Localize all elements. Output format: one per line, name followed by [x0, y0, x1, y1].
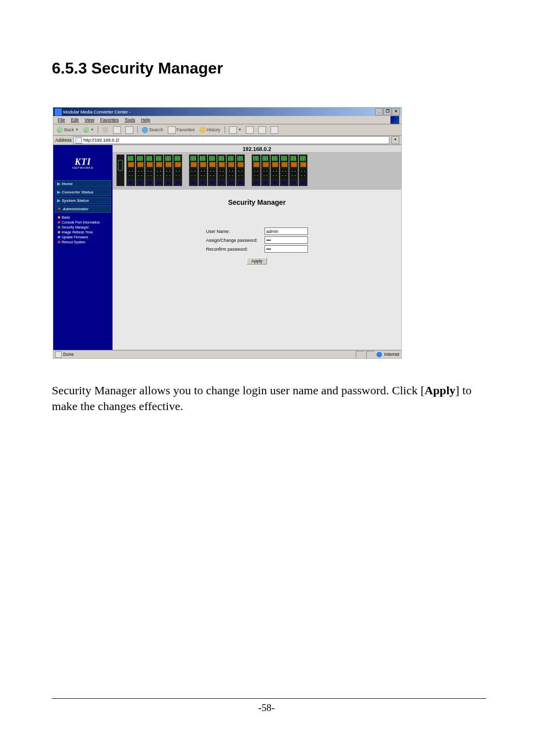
forward-button[interactable]: → ▾ — [81, 125, 95, 134]
slot-module — [299, 154, 307, 186]
address-input[interactable]: http://192.168.0.2/ — [74, 136, 389, 144]
apply-keyword: Apply — [424, 384, 456, 397]
bullet-icon — [58, 221, 60, 224]
sub-console[interactable]: Console Port Information — [58, 220, 111, 225]
slot-module — [154, 154, 163, 186]
refresh-button[interactable] — [112, 125, 122, 134]
sub-label: Console Port Information — [62, 221, 100, 224]
sub-reboot[interactable]: Reboot System — [58, 239, 111, 244]
slot-module — [236, 154, 245, 186]
nav-converter-status[interactable]: ▶ Converter Status — [55, 189, 111, 196]
stop-button[interactable] — [101, 125, 110, 134]
slot-module — [217, 154, 226, 186]
nav-label: Administrator — [63, 207, 88, 211]
print-button[interactable] — [244, 125, 255, 134]
menu-file[interactable]: File — [55, 116, 68, 123]
arrow-icon: ▶ — [57, 182, 60, 186]
nav-home[interactable]: ▶ Home — [55, 180, 111, 188]
chevron-down-icon[interactable]: ▾ — [75, 125, 78, 134]
brand-subtext: NETWORKS — [58, 166, 108, 169]
forward-icon: → — [83, 127, 89, 133]
chevron-down-icon[interactable]: ▾ — [90, 125, 94, 134]
menu-edit[interactable]: Edit — [69, 116, 81, 123]
mail-button[interactable]: ▾ — [228, 125, 243, 134]
address-label: Address — [55, 138, 72, 143]
sub-firmware[interactable]: Update Firmware — [58, 234, 111, 239]
sub-security[interactable]: Security Manager — [58, 225, 111, 229]
device-ip: 192.168.0.2 — [113, 145, 401, 152]
close-button[interactable]: ✕ — [392, 108, 400, 115]
nav-label: Home — [62, 182, 73, 186]
url-text: http://192.168.0.2/ — [83, 137, 119, 144]
maximize-button[interactable]: ❐ — [383, 108, 391, 115]
main-panel: 192.168.0.2 Security Manager User — [113, 145, 401, 350]
nav-label: System Status — [62, 198, 89, 203]
slot-module — [261, 154, 270, 186]
slot-module — [227, 154, 235, 186]
nav-administrator[interactable]: ▼ Administrator — [55, 205, 111, 213]
reconfirm-label: Reconfirm password: — [206, 247, 261, 252]
slot-power — [116, 154, 124, 186]
apply-button[interactable]: Apply — [247, 258, 267, 265]
page-icon — [76, 137, 82, 144]
menu-help[interactable]: Help — [139, 116, 153, 123]
form-title: Security Manager — [228, 198, 286, 206]
slot-module — [289, 154, 298, 186]
minimize-button[interactable]: _ — [375, 108, 383, 115]
home-button[interactable] — [124, 125, 135, 134]
body-text-1: Security Manager allows you to change lo… — [52, 384, 424, 397]
sub-basic[interactable]: Basic — [58, 215, 111, 220]
back-label: Back — [64, 125, 74, 134]
slot-module — [164, 154, 173, 186]
sub-label: Image Refresh Time — [62, 230, 93, 234]
nav-label: Converter Status — [62, 190, 93, 194]
slot-module — [126, 154, 135, 186]
sub-label: Update Firmware — [62, 235, 88, 239]
search-button[interactable]: Search — [140, 125, 165, 134]
reconfirm-input[interactable] — [265, 245, 308, 253]
slot-module — [208, 154, 217, 186]
menu-bar: File Edit View Favorites Tools Help — [53, 116, 401, 124]
bullet-icon — [58, 216, 60, 219]
chevron-down-icon[interactable]: ▾ — [238, 125, 241, 134]
favorites-icon — [168, 126, 176, 134]
slot-module — [198, 154, 207, 186]
bullet-icon — [58, 226, 60, 228]
done-icon — [55, 351, 62, 358]
ie-logo-icon — [390, 116, 399, 124]
username-input[interactable] — [265, 227, 308, 235]
slot-module — [145, 154, 154, 186]
back-button[interactable]: ← Back ▾ — [55, 125, 80, 134]
sub-refresh[interactable]: Image Refresh Time — [58, 229, 111, 234]
history-button[interactable]: History — [198, 125, 222, 134]
back-icon: ← — [57, 127, 63, 133]
slot-module — [270, 154, 279, 186]
edit-button[interactable] — [257, 125, 267, 134]
window-title: Modular Media Converter Center - — [63, 110, 131, 114]
search-icon — [142, 127, 148, 133]
menu-view[interactable]: View — [82, 116, 97, 123]
status-bar: Done Internet — [53, 350, 401, 358]
navigation-toolbar: ← Back ▾ → ▾ Search Favorites — [53, 124, 401, 136]
refresh-icon — [113, 126, 121, 134]
favorites-button[interactable]: Favorites — [166, 125, 196, 134]
search-label: Search — [149, 125, 163, 134]
mail-icon — [229, 126, 237, 134]
status-text: Done — [63, 352, 74, 357]
address-dropdown[interactable]: ▾ — [391, 136, 399, 144]
page-number: -58- — [0, 702, 533, 714]
password-input[interactable] — [265, 236, 308, 244]
slot-module — [136, 154, 145, 186]
bullet-icon — [58, 231, 60, 233]
menu-tools[interactable]: Tools — [122, 116, 137, 123]
favorites-label: Favorites — [177, 125, 195, 134]
menu-favorites[interactable]: Favorites — [98, 116, 121, 123]
sub-label: Reboot System — [62, 240, 85, 244]
history-label: History — [207, 125, 221, 134]
slot-module — [173, 154, 182, 186]
brand-logo: KTI NETWORKS — [53, 145, 113, 179]
discuss-button[interactable] — [269, 125, 280, 134]
nav-system-status[interactable]: ▶ System Status — [55, 197, 111, 204]
browser-window: Modular Media Converter Center - _ ❐ ✕ F… — [53, 107, 402, 359]
document-heading: 6.5.3 Security Manager — [52, 59, 486, 77]
